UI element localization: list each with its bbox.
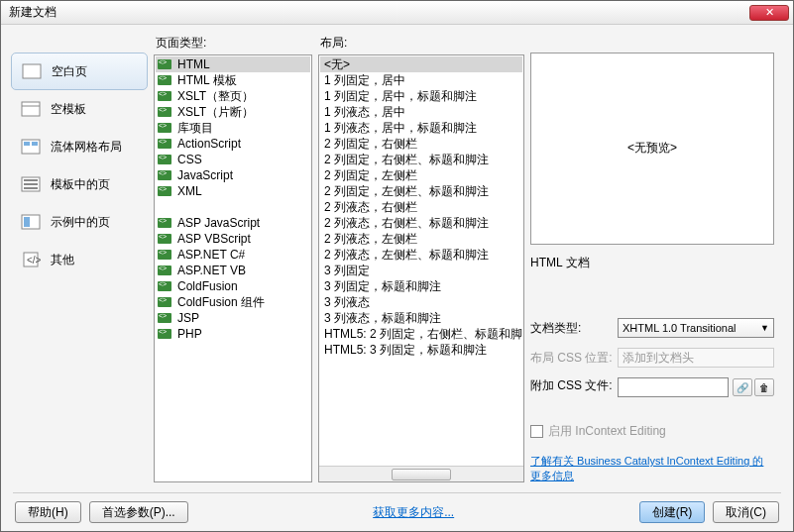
file-type-icon (158, 281, 171, 291)
layout-item[interactable]: 2 列液态，左侧栏、标题和脚注 (320, 247, 522, 263)
type-item[interactable]: ASP JavaScript (156, 215, 310, 231)
type-label: ColdFusion (177, 279, 238, 293)
file-type-icon (158, 123, 171, 133)
preferences-button[interactable]: 首选参数(P)... (89, 501, 188, 523)
close-button[interactable]: ✕ (749, 5, 789, 21)
svg-text:</>: </> (27, 255, 41, 266)
css-position-row: 布局 CSS 位置: 添加到文档头 (530, 348, 774, 368)
type-item[interactable]: ColdFusion 组件 (156, 294, 310, 310)
content-area: 空白页空模板流体网格布局模板中的页示例中的页</>其他 页面类型: HTMLHT… (1, 25, 793, 492)
nav-item[interactable]: 示例中的页 (11, 203, 148, 241)
layout-item[interactable]: 3 列固定，标题和脚注 (320, 278, 522, 294)
layout-item[interactable]: 2 列固定，右侧栏、标题和脚注 (320, 152, 522, 167)
layout-item[interactable]: 2 列固定，左侧栏、标题和脚注 (320, 183, 522, 199)
layout-item[interactable]: 3 列液态 (320, 294, 522, 310)
nav-item[interactable]: </>其他 (11, 241, 148, 278)
file-type-icon (158, 59, 171, 69)
file-type-icon (158, 186, 171, 196)
layout-item[interactable]: 1 列固定，居中，标题和脚注 (320, 88, 522, 104)
layout-header: 布局: (318, 35, 524, 52)
doctype-label: 文档类型: (530, 320, 614, 337)
type-item[interactable]: ASP VBScript (156, 231, 310, 247)
nav-item[interactable]: 模板中的页 (11, 165, 148, 203)
page-type-column: 页面类型: HTMLHTML 模板XSLT（整页）XSLT（片断）库项目Acti… (154, 35, 312, 482)
file-type-icon (158, 139, 171, 149)
file-type-icon (158, 75, 171, 85)
type-item[interactable]: 库项目 (156, 120, 310, 136)
layout-item[interactable]: HTML5: 2 列固定，右侧栏、标题和脚注 (320, 326, 522, 342)
attach-css-input[interactable] (618, 377, 729, 397)
layout-item[interactable]: 2 列液态，左侧栏 (320, 231, 522, 247)
options-column: <无预览> HTML 文档 文档类型: XHTML 1.0 Transition… (530, 35, 774, 482)
type-item[interactable]: JavaScript (156, 167, 310, 183)
nav-item[interactable]: 流体网格布局 (11, 128, 148, 165)
type-item[interactable]: ASP.NET C# (156, 247, 310, 263)
type-item[interactable]: PHP (156, 326, 310, 342)
file-type-icon (158, 234, 171, 244)
layout-item[interactable]: 2 列固定，右侧栏 (320, 136, 522, 152)
type-item[interactable]: XSLT（整页） (156, 88, 310, 104)
learn-more-link[interactable]: 了解有关 Business Catalyst InContext Editing… (530, 454, 774, 482)
type-label: XSLT（整页） (177, 88, 254, 105)
svg-rect-5 (32, 142, 38, 146)
link-css-button[interactable]: 🔗 (733, 378, 752, 396)
file-type-icon (158, 170, 171, 180)
layout-item[interactable]: HTML5: 3 列固定，标题和脚注 (320, 342, 522, 358)
layout-list[interactable]: <无>1 列固定，居中1 列固定，居中，标题和脚注1 列液态，居中1 列液态，居… (318, 54, 524, 482)
attach-css-row: 附加 CSS 文件: 🔗 🗑 (530, 377, 774, 397)
layout-item[interactable]: 2 列固定，左侧栏 (320, 167, 522, 183)
remove-css-button[interactable]: 🗑 (754, 378, 774, 396)
type-item[interactable]: HTML 模板 (156, 72, 310, 88)
file-type-icon (158, 297, 171, 307)
nav-label: 其他 (51, 252, 74, 268)
chevron-down-icon: ▼ (760, 323, 769, 333)
type-item[interactable]: JSP (156, 310, 310, 326)
help-button[interactable]: 帮助(H) (15, 501, 81, 523)
preview-text: <无预览> (627, 140, 677, 157)
type-item[interactable]: HTML (156, 56, 310, 72)
type-item[interactable]: CSS (156, 152, 310, 167)
layout-item[interactable]: 3 列固定 (320, 263, 522, 278)
nav-label: 空白页 (52, 63, 87, 80)
layout-item[interactable]: <无> (320, 56, 522, 72)
layout-item[interactable]: 1 列液态，居中，标题和脚注 (320, 120, 522, 136)
type-item[interactable]: ColdFusion (156, 278, 310, 294)
type-item[interactable]: ActionScript (156, 136, 310, 152)
page-type-header: 页面类型: (154, 35, 312, 52)
type-item[interactable]: ASP.NET VB (156, 263, 310, 278)
file-type-icon (158, 329, 171, 339)
type-item[interactable]: XML (156, 183, 310, 199)
layout-item[interactable]: 1 列液态，居中 (320, 104, 522, 120)
nav-icon: </> (21, 251, 41, 268)
get-more-link[interactable]: 获取更多内容... (373, 504, 454, 521)
type-label: XML (177, 184, 202, 198)
doctype-select[interactable]: XHTML 1.0 Transitional ▼ (618, 318, 774, 338)
file-type-icon (158, 266, 171, 275)
layout-item[interactable]: 2 列液态，右侧栏、标题和脚注 (320, 215, 522, 231)
svg-rect-0 (23, 64, 41, 78)
layout-item[interactable]: 2 列液态，右侧栏 (320, 199, 522, 215)
horizontal-scrollbar[interactable] (319, 466, 523, 481)
svg-rect-9 (24, 187, 38, 189)
nav-item[interactable]: 空模板 (11, 90, 148, 128)
type-label: ASP JavaScript (177, 216, 260, 230)
nav-icon (21, 213, 41, 231)
cancel-button[interactable]: 取消(C) (713, 501, 779, 523)
nav-item[interactable]: 空白页 (11, 53, 148, 90)
layout-item[interactable]: 1 列固定，居中 (320, 72, 522, 88)
document-description: HTML 文档 (530, 255, 774, 271)
nav-icon (21, 138, 41, 156)
incontext-row: 启用 InContext Editing (530, 423, 774, 440)
new-document-dialog: 新建文档 ✕ 空白页空模板流体网格布局模板中的页示例中的页</>其他 页面类型:… (0, 0, 794, 532)
create-button[interactable]: 创建(R) (639, 501, 706, 523)
svg-rect-7 (24, 179, 38, 181)
doctype-row: 文档类型: XHTML 1.0 Transitional ▼ (530, 318, 774, 338)
type-label: JSP (177, 311, 199, 325)
layout-item[interactable]: 3 列液态，标题和脚注 (320, 310, 522, 326)
page-type-list[interactable]: HTMLHTML 模板XSLT（整页）XSLT（片断）库项目ActionScri… (154, 54, 312, 482)
type-item[interactable]: XSLT（片断） (156, 104, 310, 120)
nav-label: 流体网格布局 (51, 139, 122, 156)
svg-rect-8 (24, 183, 38, 185)
type-label: JavaScript (177, 168, 233, 182)
nav-icon (21, 100, 41, 118)
